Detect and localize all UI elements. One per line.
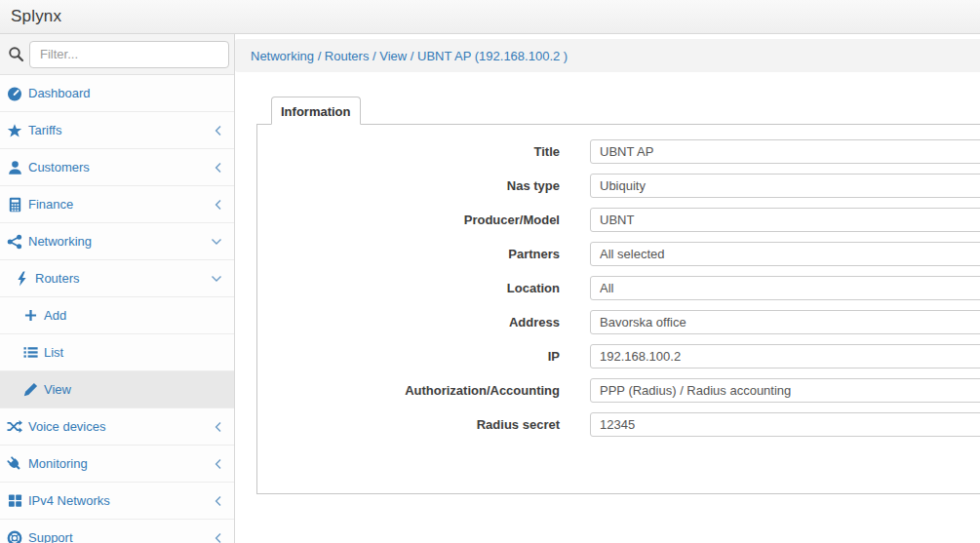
sidebar-item-monitoring[interactable]: Monitoring bbox=[0, 446, 234, 483]
list-icon bbox=[22, 346, 38, 359]
chevron-down-icon bbox=[211, 237, 222, 246]
field-label-partners: Partners bbox=[257, 247, 560, 261]
authorization-accounting-input[interactable] bbox=[590, 378, 980, 403]
breadcrumb[interactable]: Networking / Routers / View / UBNT AP (1… bbox=[251, 49, 568, 63]
sidebar-item-view[interactable]: View bbox=[0, 371, 234, 408]
sidebar-item-label: Monitoring bbox=[28, 456, 88, 471]
pencil-icon bbox=[22, 382, 38, 397]
sidebar-item-label: View bbox=[44, 382, 71, 397]
sidebar-item-label: Routers bbox=[35, 271, 80, 286]
chevron-left-icon bbox=[214, 199, 222, 211]
field-label-title: Title bbox=[257, 144, 560, 159]
sidebar-item-dashboard[interactable]: Dashboard bbox=[0, 75, 234, 112]
sidebar-filter-row bbox=[0, 34, 234, 75]
bolt-icon bbox=[14, 271, 29, 287]
form-row-address: Address bbox=[257, 310, 980, 334]
chevron-left-icon bbox=[214, 495, 222, 507]
sidebar-item-tariffs[interactable]: Tariffs bbox=[0, 112, 234, 149]
plus-icon bbox=[22, 309, 38, 322]
star-icon bbox=[7, 123, 22, 138]
field-label-producer-model: Producer/Model bbox=[257, 213, 560, 227]
sidebar-item-list[interactable]: List bbox=[0, 334, 234, 371]
life-ring-icon bbox=[7, 530, 22, 543]
sidebar-item-customers[interactable]: Customers bbox=[0, 149, 234, 186]
sidebar-item-routers[interactable]: Routers bbox=[0, 260, 234, 297]
field-label-ip: IP bbox=[257, 349, 560, 364]
field-label-address: Address bbox=[257, 315, 560, 330]
chevron-left-icon bbox=[214, 458, 222, 470]
radius-secret-input[interactable] bbox=[590, 412, 980, 437]
sidebar-item-finance[interactable]: Finance bbox=[0, 186, 234, 223]
chevron-left-icon bbox=[214, 125, 222, 136]
tabs-row: Information bbox=[271, 97, 980, 124]
chevron-left-icon bbox=[214, 421, 222, 433]
sidebar-item-support[interactable]: Support bbox=[0, 520, 234, 543]
field-label-nas-type: Nas type bbox=[257, 178, 560, 193]
sidebar-item-ipv4-networks[interactable]: IPv4 Networks bbox=[0, 483, 234, 520]
user-icon bbox=[7, 160, 22, 175]
field-label-location: Location bbox=[257, 281, 560, 295]
sidebar-item-label: List bbox=[44, 345, 63, 360]
plug-icon bbox=[7, 456, 22, 472]
form-row-partners: Partners bbox=[257, 242, 980, 266]
sidebar-item-label: Customers bbox=[28, 160, 90, 175]
dashboard-icon bbox=[7, 86, 22, 101]
partners-input[interactable] bbox=[590, 242, 980, 266]
sidebar-item-voice-devices[interactable]: Voice devices bbox=[0, 408, 234, 446]
content-area: Networking / Routers / View / UBNT AP (1… bbox=[235, 34, 980, 543]
information-panel: Title Nas type Producer/Model Partners L… bbox=[256, 124, 980, 494]
sidebar-item-label: Tariffs bbox=[28, 123, 61, 137]
form-row-title: Title bbox=[257, 139, 980, 164]
grid-icon bbox=[7, 493, 22, 508]
breadcrumb-bar: Networking / Routers / View / UBNT AP (1… bbox=[235, 39, 980, 72]
filter-input[interactable] bbox=[29, 41, 229, 68]
producer-model-input[interactable] bbox=[590, 208, 980, 232]
form-row-authorization-accounting: Authorization/Accounting bbox=[257, 378, 980, 403]
sidebar: Dashboard Tariffs Customers Financ bbox=[0, 34, 235, 543]
sidebar-item-label: Networking bbox=[28, 234, 92, 249]
sidebar-item-networking[interactable]: Networking bbox=[0, 223, 234, 260]
form-row-radius-secret: Radius secret bbox=[257, 412, 980, 437]
form-row-producer-model: Producer/Model bbox=[257, 208, 980, 232]
form-row-location: Location bbox=[257, 276, 980, 300]
sidebar-item-label: Support bbox=[28, 530, 73, 543]
location-input[interactable] bbox=[590, 276, 980, 300]
top-bar: Splynx bbox=[0, 0, 980, 34]
form-row-nas-type: Nas type bbox=[257, 174, 980, 198]
nas-type-input[interactable] bbox=[590, 174, 980, 198]
chevron-left-icon bbox=[214, 532, 222, 543]
sidebar-item-label: Add bbox=[44, 308, 66, 323]
network-icon bbox=[7, 234, 22, 250]
ip-input[interactable] bbox=[590, 344, 980, 368]
app-logo: Splynx bbox=[0, 7, 61, 26]
title-input[interactable] bbox=[590, 139, 980, 164]
search-icon bbox=[8, 46, 29, 62]
field-label-radius-secret: Radius secret bbox=[257, 417, 560, 432]
sidebar-item-label: Dashboard bbox=[28, 86, 91, 100]
chevron-left-icon bbox=[214, 162, 222, 174]
chevron-down-icon bbox=[211, 274, 222, 283]
form-row-ip: IP bbox=[257, 344, 980, 368]
sidebar-item-label: Voice devices bbox=[28, 419, 106, 434]
address-input[interactable] bbox=[590, 310, 980, 334]
shuffle-icon bbox=[7, 419, 22, 434]
field-label-authorization-accounting: Authorization/Accounting bbox=[257, 383, 560, 398]
sidebar-item-label: Finance bbox=[28, 197, 73, 212]
sidebar-item-add[interactable]: Add bbox=[0, 297, 234, 334]
calculator-icon bbox=[7, 197, 22, 213]
tab-information[interactable]: Information bbox=[271, 97, 361, 125]
sidebar-item-label: IPv4 Networks bbox=[28, 493, 110, 508]
